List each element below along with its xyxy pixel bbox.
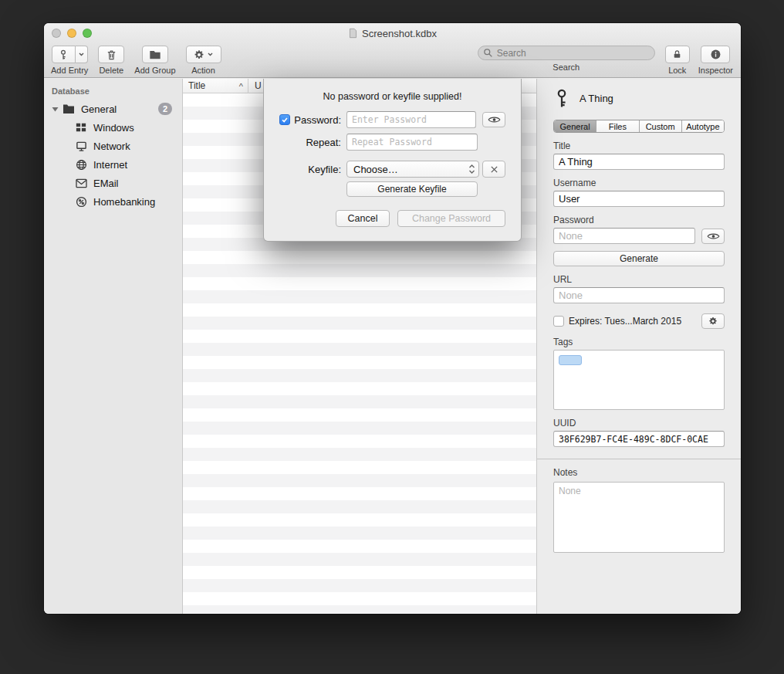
sidebar-item-homebanking[interactable]: Homebanking xyxy=(44,192,182,211)
group-count-badge: 2 xyxy=(158,103,172,115)
monitor-icon xyxy=(75,140,87,152)
search-label: Search xyxy=(553,63,580,72)
toolbar-item-search: Search xyxy=(478,46,655,72)
url-field[interactable] xyxy=(553,287,725,303)
repeat-password-input[interactable] xyxy=(346,134,478,151)
document-icon xyxy=(348,28,358,39)
sidebar-item-label: Network xyxy=(93,141,130,152)
title-field[interactable] xyxy=(553,154,725,170)
keyfile-select[interactable]: Choose… xyxy=(346,161,479,178)
uuid-label: UUID xyxy=(553,418,725,428)
title-label: Title xyxy=(553,141,725,151)
column-header-title[interactable]: Title ^ xyxy=(183,79,248,93)
show-password-button[interactable] xyxy=(482,112,505,127)
sidebar: Database General 2 Windows xyxy=(44,79,183,614)
zoom-button[interactable] xyxy=(83,29,92,38)
tags-field[interactable] xyxy=(553,350,725,410)
windows-icon xyxy=(75,121,87,134)
sidebar-item-internet[interactable]: Internet xyxy=(44,155,182,174)
tags-label: Tags xyxy=(553,337,725,347)
stepper-icon xyxy=(468,164,475,174)
generate-keyfile-row: Generate Keyfile xyxy=(264,181,521,197)
search-input[interactable] xyxy=(478,46,655,60)
delete-button[interactable] xyxy=(98,46,124,63)
cancel-button[interactable]: Cancel xyxy=(336,210,390,227)
expires-settings-button[interactable] xyxy=(701,313,725,329)
sidebar-header: Database xyxy=(44,79,182,100)
clear-keyfile-button[interactable] xyxy=(482,161,505,178)
chevron-down-icon xyxy=(79,52,84,56)
minimize-button[interactable] xyxy=(67,29,76,38)
lock-button[interactable] xyxy=(665,46,690,63)
lock-icon xyxy=(672,49,682,60)
percent-coin-icon xyxy=(75,195,87,208)
entry-header: A Thing xyxy=(553,88,725,109)
add-entry-dropdown[interactable] xyxy=(76,46,88,63)
password-dialog: No password or keyfile supplied! Passwor… xyxy=(263,79,522,242)
url-label: URL xyxy=(553,274,725,285)
repeat-label: Repeat: xyxy=(306,137,341,148)
notes-field[interactable] xyxy=(553,482,725,553)
repeat-row: Repeat: xyxy=(264,134,521,151)
window-title: Screenshot.kdbx xyxy=(362,28,437,39)
keyfile-row: Keyfile: Choose… xyxy=(264,161,521,178)
sidebar-item-label: EMail xyxy=(93,178,119,189)
app-window: Screenshot.kdbx xyxy=(44,23,741,614)
delete-label: Delete xyxy=(99,66,123,75)
sort-indicator: ^ xyxy=(239,80,243,93)
username-field[interactable] xyxy=(553,191,725,207)
keyfile-label: Keyfile: xyxy=(308,164,341,175)
password-label: Password: xyxy=(294,114,341,126)
globe-icon xyxy=(75,158,87,171)
sidebar-item-network[interactable]: Network xyxy=(44,137,182,155)
sidebar-item-label: Internet xyxy=(93,159,127,171)
gear-icon xyxy=(708,317,718,326)
disclosure-triangle-icon[interactable] xyxy=(50,107,59,112)
tab-general[interactable]: General xyxy=(554,120,596,132)
sidebar-item-label: Windows xyxy=(93,122,134,134)
add-entry-button[interactable] xyxy=(52,46,76,63)
enter-password-input[interactable] xyxy=(346,111,476,128)
inspector-button[interactable] xyxy=(701,46,730,63)
action-label: Action xyxy=(191,66,215,75)
inspector-label: Inspector xyxy=(698,66,733,75)
sidebar-item-email[interactable]: EMail xyxy=(44,174,182,192)
toolbar: Add Entry Delete Add Group xyxy=(44,43,741,78)
column-header-username[interactable]: U xyxy=(255,79,262,93)
password-checkbox[interactable] xyxy=(279,114,290,125)
username-label: Username xyxy=(553,178,725,188)
tab-custom[interactable]: Custom xyxy=(640,120,682,132)
inspector-tabs: General Files Custom Autotype xyxy=(553,120,725,133)
tab-autotype[interactable]: Autotype xyxy=(682,120,724,132)
close-button[interactable] xyxy=(52,29,61,38)
toolbar-item-lock: Lock xyxy=(665,46,690,75)
password-label: Password xyxy=(553,215,725,225)
notes-label: Notes xyxy=(553,467,725,478)
expires-row: Expires: Tues...March 2015 xyxy=(553,313,725,329)
action-button[interactable] xyxy=(186,46,221,63)
password-field[interactable] xyxy=(553,228,695,244)
add-group-button[interactable] xyxy=(142,46,168,63)
tab-files[interactable]: Files xyxy=(596,120,639,132)
change-password-button[interactable]: Change Password xyxy=(397,210,505,227)
sidebar-item-windows[interactable]: Windows xyxy=(44,118,182,137)
folder-icon xyxy=(149,49,161,60)
titlebar[interactable]: Screenshot.kdbx xyxy=(44,23,741,43)
generate-password-button[interactable]: Generate xyxy=(553,251,725,266)
uuid-field[interactable] xyxy=(553,431,725,447)
expires-checkbox[interactable] xyxy=(553,316,564,327)
toolbar-item-add-group: Add Group xyxy=(134,46,175,75)
divider xyxy=(537,459,741,459)
generate-keyfile-button[interactable]: Generate Keyfile xyxy=(346,181,478,197)
traffic-lights xyxy=(52,29,92,38)
eye-icon xyxy=(707,232,720,240)
toolbar-item-add-entry: Add Entry xyxy=(51,46,88,75)
eye-icon xyxy=(488,116,501,124)
inspector-panel: A Thing General Files Custom Autotype Ti… xyxy=(536,79,741,614)
password-row: Password: xyxy=(264,111,521,128)
sidebar-item-general[interactable]: General 2 xyxy=(44,100,182,118)
dialog-buttons: Cancel Change Password xyxy=(264,210,521,227)
show-password-button[interactable] xyxy=(701,229,725,244)
folder-icon xyxy=(63,103,75,115)
tag-token xyxy=(559,355,582,365)
